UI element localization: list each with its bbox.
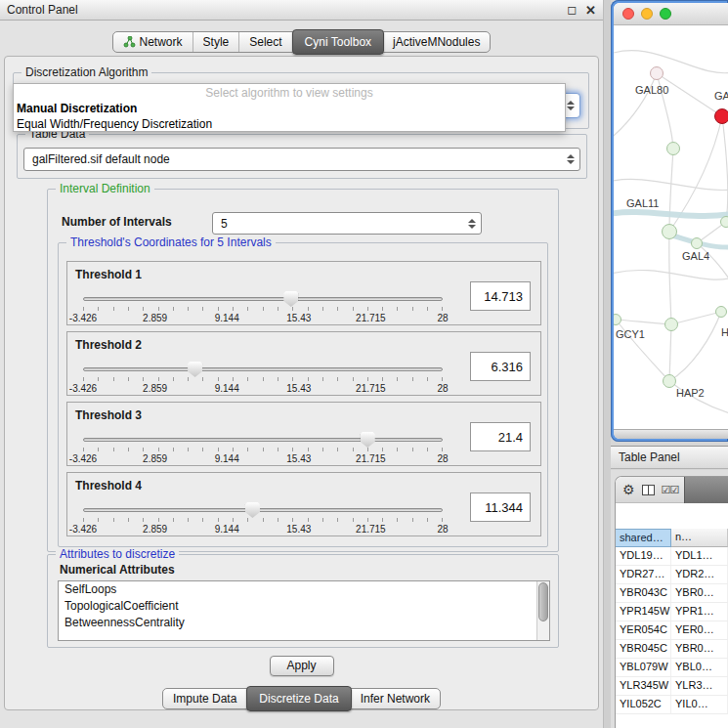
table-row[interactable]: YLR345WYLR3… [616, 677, 728, 696]
gear-icon[interactable]: ⚙ [622, 483, 635, 496]
table-data-combo[interactable]: galFiltered.sif default node [23, 148, 580, 171]
column-header-name[interactable]: n… [671, 529, 728, 547]
panel-divider[interactable] [604, 0, 611, 728]
tab-style-label: Style [203, 35, 230, 49]
threshold-3-value-field[interactable] [470, 422, 531, 451]
control-panel-titlebar: Control Panel ◻ ✕ [0, 0, 603, 21]
interval-definition-group: Interval Definition Number of Intervals … [47, 189, 559, 552]
close-window-icon[interactable]: ✕ [585, 3, 596, 18]
threshold-4-value-field[interactable] [470, 492, 531, 522]
network-node[interactable] [720, 216, 728, 228]
float-window-icon[interactable]: ◻ [567, 3, 577, 17]
threshold-3-slider[interactable]: -3.426 2.859 9.144 15.43 21.715 28 [83, 432, 443, 467]
network-node-label: GCY1 [616, 328, 645, 340]
slider-thumb[interactable] [283, 291, 298, 307]
scale-label: -3.426 [69, 524, 97, 535]
toolbar-filler [684, 476, 728, 504]
tab-select[interactable]: Select [239, 32, 292, 52]
dropdown-item-manual-discretization[interactable]: Manual Discretization [14, 101, 565, 116]
select-all-checkboxes-icon[interactable]: ☑☑ [662, 485, 679, 495]
table-row[interactable]: YDR27…YDR2… [616, 566, 728, 584]
control-panel-title: Control Panel [7, 3, 78, 17]
list-item[interactable]: SelfLoops [59, 581, 549, 598]
dropdown-item-equal-width-frequency[interactable]: Equal Width/Frequency Discretization [14, 116, 565, 132]
scale-label: 15.43 [286, 453, 311, 464]
algorithm-placeholder: Select algorithm to view settings [14, 85, 565, 101]
threshold-4-label: Threshold 4 [75, 479, 142, 492]
tab-discretize-data[interactable]: Discretize Data [246, 686, 351, 711]
table-row[interactable]: YBL079WYBL0… [616, 659, 728, 677]
network-node[interactable] [691, 237, 703, 249]
control-panel-window: Control Panel ◻ ✕ Network Style Se [0, 0, 604, 728]
columns-icon[interactable] [642, 485, 655, 495]
slider-thumb[interactable] [245, 502, 260, 518]
scale-label: 2.859 [143, 383, 167, 394]
table-row[interactable]: YER054CYER0… [616, 621, 728, 640]
network-node-label: GAL80 [635, 84, 668, 96]
threshold-4-slider[interactable]: -3.426 2.859 9.144 15.43 21.715 28 [83, 502, 443, 537]
bottom-tabbar: Impute Data Discretize Data Infer Networ… [5, 688, 598, 709]
zoom-button[interactable] [660, 8, 671, 20]
network-node-label: GAL11 [626, 197, 659, 209]
network-node[interactable] [666, 142, 680, 155]
threshold-1-slider[interactable]: -3.426 2.859 9.144 15.43 21.715 28 [83, 291, 443, 326]
table-row[interactable]: YDL19…YDL1… [616, 547, 728, 566]
network-node[interactable] [650, 66, 664, 80]
network-node[interactable] [664, 318, 678, 331]
attributes-to-discretize-group: Attributes to discretize Numerical Attri… [47, 554, 559, 648]
top-tab-group: Network Style Select Cyni Toolbox jActiv… [112, 31, 492, 53]
numerical-attributes-list[interactable]: SelfLoopsTopologicalCoefficientBetweenne… [58, 580, 550, 641]
network-node[interactable] [662, 224, 677, 239]
column-header-shared-name[interactable]: shared… [616, 529, 671, 547]
network-icon [123, 36, 136, 48]
threshold-2-slider[interactable]: -3.426 2.859 9.144 15.43 21.715 28 [83, 362, 443, 397]
interval-definition-title: Interval Definition [56, 182, 154, 195]
slider-scale: -3.426 2.859 9.144 15.43 21.715 28 [83, 453, 443, 464]
scale-label: 15.43 [286, 313, 311, 323]
tab-impute-data[interactable]: Impute Data [163, 689, 247, 708]
threshold-3-panel: Threshold 3 -3.426 2.859 9.144 15.43 21.… [66, 402, 541, 466]
scrollbar-thumb[interactable] [538, 582, 548, 621]
tab-jactivemnodules[interactable]: jActiveMNodules [383, 32, 490, 52]
tab-cyni-toolbox-label: Cyni Toolbox [305, 35, 371, 49]
table-body: YDL19…YDL1…YDR27…YDR2…YBR043CYBR0…YPR145… [616, 547, 728, 714]
minimize-button[interactable] [641, 8, 653, 20]
slider-thumb[interactable] [188, 362, 202, 377]
list-item[interactable]: TopologicalCoefficient [59, 598, 549, 615]
scale-label: -3.426 [69, 313, 97, 323]
slider-thumb[interactable] [361, 432, 375, 448]
tab-network[interactable]: Network [113, 32, 193, 52]
network-node[interactable] [715, 306, 727, 318]
apply-button[interactable]: Apply [270, 656, 334, 676]
list-scrollbar[interactable] [536, 581, 549, 640]
combo-arrows-icon [468, 219, 476, 229]
table-row[interactable]: YPR145WYPR1… [616, 603, 728, 621]
tab-infer-network-label: Infer Network [361, 692, 430, 706]
close-button[interactable] [622, 8, 634, 20]
slider-ticks [83, 377, 443, 381]
scale-label: 21.715 [356, 313, 386, 323]
list-item[interactable]: BetweennessCentrality [59, 615, 549, 631]
table-header: shared… n… [616, 529, 728, 547]
slider-scale: -3.426 2.859 9.144 15.43 21.715 28 [83, 383, 443, 394]
network-view-window: GAL80GAGAL11GAL4GCY1HHAP2 [611, 0, 728, 442]
network-window-titlebar[interactable] [614, 3, 728, 25]
threshold-2-value-field[interactable] [470, 352, 531, 381]
number-of-intervals-combo[interactable]: 5 [212, 212, 482, 235]
algorithm-dropdown: Select algorithm to view settings Manual… [13, 83, 566, 132]
network-node[interactable] [714, 108, 728, 124]
table-data-group: Table Data galFiltered.sif default node [17, 134, 587, 179]
network-node[interactable] [663, 374, 676, 388]
tab-style[interactable]: Style [193, 32, 240, 52]
number-of-intervals-label: Number of Intervals [62, 215, 172, 229]
table-row[interactable]: YBR045CYBR0… [616, 640, 728, 659]
tab-cyni-toolbox[interactable]: Cyni Toolbox [292, 29, 384, 55]
threshold-2-label: Threshold 2 [75, 338, 142, 352]
table-row[interactable]: YIL052CYIL0… [616, 696, 728, 714]
network-canvas[interactable]: GAL80GAGAL11GAL4GCY1HHAP2 [614, 25, 728, 429]
table-row[interactable]: YBR043CYBR0… [616, 584, 728, 603]
tab-infer-network[interactable]: Infer Network [351, 689, 440, 708]
discretization-algorithm-group-title: Discretization Algorithm [21, 65, 151, 79]
scale-label: 2.859 [143, 524, 167, 535]
threshold-1-value-field[interactable] [470, 281, 531, 311]
